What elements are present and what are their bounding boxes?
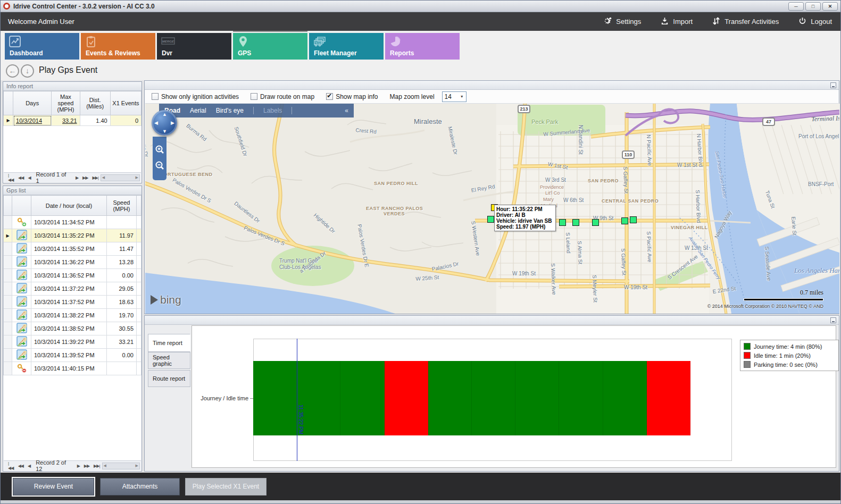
- gps-list-row[interactable]: 10/3/2014 11:36:22 PM13.28: [4, 256, 141, 269]
- map-type-aerial[interactable]: Aerial: [190, 107, 206, 114]
- gps-list-row[interactable]: 10/3/2014 11:36:52 PM0.00: [4, 269, 141, 282]
- prev-page-button[interactable]: ◀◀: [18, 175, 23, 180]
- show-only-ignition-activities-checkbox[interactable]: Show only ignition activities: [152, 93, 239, 100]
- tab-gps[interactable]: GPS: [233, 33, 307, 60]
- settings-menu-item[interactable]: Settings: [603, 16, 641, 27]
- collapse-panel-icon[interactable]: [830, 82, 836, 88]
- transfer-activities-menu-item[interactable]: Transfer Activities: [712, 16, 779, 27]
- last-record-button[interactable]: ▶▶|: [92, 175, 98, 180]
- play-selected-x1-event-button[interactable]: Play Selected X1 Event: [185, 478, 267, 495]
- map-bar-collapse-icon[interactable]: «: [345, 107, 348, 114]
- first-record-button[interactable]: |◀◀: [8, 461, 14, 471]
- map-type-bird-s-eye[interactable]: Bird's eye: [216, 107, 244, 114]
- gps-list-row[interactable]: 10/3/2014 11:35:52 PM11.47: [4, 242, 141, 256]
- horizontal-scrollbar[interactable]: ◀▶: [101, 174, 140, 181]
- gps-list-row[interactable]: 10/3/2014 11:39:52 PM0.00: [4, 349, 141, 362]
- gps-point-marker[interactable]: [559, 219, 566, 226]
- map-options-row: Show only ignition activitiesDraw route …: [145, 90, 838, 104]
- show-map-info-checkbox[interactable]: Show map info: [326, 93, 378, 100]
- row-marker: ▶: [4, 229, 12, 242]
- gps-point-marker[interactable]: [592, 219, 599, 226]
- next-record-button[interactable]: ▶: [77, 464, 80, 468]
- next-record-button[interactable]: ▶: [76, 175, 78, 180]
- down-button[interactable]: ↓: [21, 64, 34, 78]
- tab-fleet-manager[interactable]: Fleet Manager: [309, 33, 384, 60]
- tab-dvr[interactable]: MERGEDvr: [157, 33, 231, 60]
- first-record-button[interactable]: |◀◀: [8, 173, 14, 182]
- map-scale-text: 0.7 miles: [800, 289, 823, 297]
- column-header-max-speed[interactable]: Max speed (MPH): [52, 91, 80, 115]
- gps-list-row[interactable]: ▶10/3/2014 11:35:22 PM11.97: [4, 229, 141, 242]
- close-button[interactable]: ✕: [822, 2, 838, 11]
- prev-record-button[interactable]: ◀: [28, 175, 30, 180]
- gps-list-row[interactable]: 10/3/2014 11:38:52 PM30.55: [4, 322, 141, 335]
- column-header-date[interactable]: Date / hour (local): [31, 196, 107, 216]
- back-button[interactable]: ←: [6, 64, 19, 78]
- days-cell[interactable]: 10/3/2014: [13, 115, 52, 126]
- gps-list-row[interactable]: 10/3/2014 11:37:22 PM29.05: [4, 282, 141, 296]
- minimize-button[interactable]: ─: [788, 2, 804, 11]
- next-page-button[interactable]: ▶▶: [84, 464, 89, 468]
- gps-list-row[interactable]: 10/3/2014 11:37:52 PM18.63: [4, 296, 141, 309]
- gps-list-row[interactable]: 10/3/2014 11:39:22 PM33.21: [4, 335, 141, 349]
- map-label: PORTUGUESE BEND: [160, 172, 213, 177]
- tooltip-line: Vehicle: idrive Van SB: [496, 218, 554, 224]
- menu-bar: Welcome Admin User SettingsImportTransfe…: [1, 12, 840, 31]
- column-header-days[interactable]: Days: [13, 91, 52, 115]
- attachments-button[interactable]: Attachments: [100, 478, 180, 495]
- tab-events-reviews[interactable]: Events & Reviews: [81, 33, 155, 60]
- app-window: Idrive Control Center - 3.0.2 version - …: [0, 0, 841, 504]
- map-canvas[interactable]: Vanderlip DrBurma RdSouthfield DrCrest R…: [145, 104, 839, 314]
- map-type-labels[interactable]: Labels: [263, 107, 282, 114]
- column-header-speed[interactable]: Speed (MPH): [107, 196, 137, 216]
- prev-page-button[interactable]: ◀◀: [18, 464, 23, 468]
- map-label: Lit'l Co: [545, 190, 560, 196]
- prev-record-button[interactable]: ◀: [28, 464, 30, 468]
- gps-list-row[interactable]: 10/3/2014 11:40:15 PM: [4, 362, 141, 375]
- import-icon: [660, 16, 669, 27]
- last-record-button[interactable]: ▶▶|: [94, 464, 99, 468]
- gps-point-marker[interactable]: [572, 219, 579, 226]
- logout-menu-item[interactable]: Logout: [798, 16, 832, 27]
- gps-list-row[interactable]: 10/3/2014 11:34:52 PM: [4, 216, 141, 229]
- speed-cell: 19.70: [107, 309, 137, 322]
- horizontal-scrollbar[interactable]: ◀▶: [102, 463, 140, 469]
- chart-icon: [9, 36, 21, 49]
- row-marker: [4, 335, 12, 349]
- tab-dashboard[interactable]: Dashboard: [5, 33, 79, 60]
- key-on-icon: [12, 216, 31, 229]
- gps-icon: [12, 242, 31, 256]
- chart-legend: Journey time: 4 min (80%)Idle time: 1 mi…: [740, 340, 839, 371]
- map-label: S Gaffey St: [622, 166, 629, 194]
- gps-point-marker[interactable]: [487, 216, 494, 223]
- column-header-dist[interactable]: Dist. (Miles): [80, 91, 110, 115]
- map-label: Port of Los Angel: [798, 133, 839, 139]
- maximize-button[interactable]: □: [805, 2, 821, 11]
- map-zoom-level-select[interactable]: 14▼: [442, 91, 467, 102]
- speed-cell: 11.97: [107, 229, 137, 242]
- next-page-button[interactable]: ▶▶: [82, 175, 88, 180]
- info-report-row[interactable]: ▶ 10/3/2014 33.21 1.40 0: [4, 115, 141, 126]
- column-header-marker: [4, 196, 12, 216]
- gps-list-row[interactable]: 10/3/2014 11:38:22 PM19.70: [4, 309, 141, 322]
- zoom-out-button[interactable]: [154, 160, 165, 171]
- tab-route-report[interactable]: Route report: [148, 370, 190, 387]
- gps-point-marker[interactable]: [630, 216, 637, 223]
- draw-route-on-map-checkbox[interactable]: Draw route on map: [251, 93, 314, 100]
- zoom-in-button[interactable]: [154, 144, 165, 155]
- column-header-x1-events[interactable]: X1 Events: [110, 91, 141, 115]
- map-pan-control[interactable]: ▲▼ ◀▶: [152, 110, 177, 136]
- review-event-button[interactable]: Review Event: [13, 478, 94, 495]
- collapse-panel-icon[interactable]: [830, 317, 836, 323]
- date-cell: 10/3/2014 11:38:52 PM: [31, 322, 107, 335]
- date-cell: 10/3/2014 11:36:22 PM: [31, 256, 107, 269]
- title-bar[interactable]: Idrive Control Center - 3.0.2 version - …: [1, 1, 840, 12]
- bing-logo[interactable]: bing: [151, 293, 181, 306]
- tab-time-report[interactable]: Time report: [148, 334, 190, 352]
- import-menu-item[interactable]: Import: [660, 16, 693, 27]
- date-cell: 10/3/2014 11:35:22 PM: [31, 229, 107, 242]
- gps-point-marker[interactable]: [621, 217, 628, 224]
- tab-reports[interactable]: Reports: [385, 33, 460, 60]
- tab-speed-graphic[interactable]: Speed graphic: [148, 352, 190, 369]
- map-info-tooltip: Hour: 11:35:22 PMDriver: Al BVehicle: id…: [494, 205, 556, 231]
